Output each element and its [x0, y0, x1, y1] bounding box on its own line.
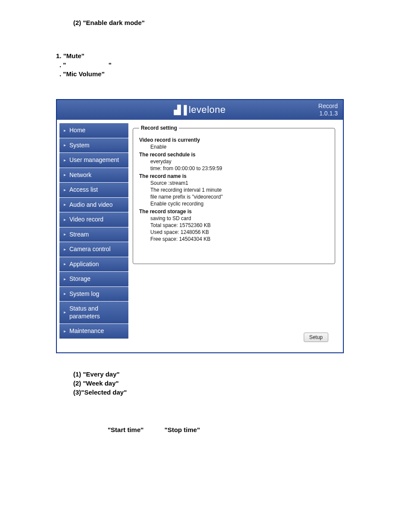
setup-button[interactable]: Setup [304, 333, 328, 342]
record-storage-location: saving to SD card [139, 215, 329, 221]
record-schedule-time: time: from 00:00:00 to 23:59:59 [139, 165, 329, 171]
app-window: ▟▐ levelone Record 1.0.1.3 ▸Home ▸System… [56, 99, 344, 353]
doc-text: 1. "Mute" [56, 52, 355, 59]
fieldset-legend: Record setting [139, 125, 179, 131]
sidebar-item-maintenance[interactable]: ▸Maintenance [59, 324, 128, 339]
sidebar-item-access-list[interactable]: ▸Access list [59, 183, 128, 197]
sidebar-item-label: Audio and video [69, 201, 112, 209]
stop-time-label: "Stop time" [165, 426, 200, 433]
brand-icon: ▟▐ [174, 105, 187, 115]
record-storage-label: The record storage is [139, 208, 329, 215]
sidebar-item-label: System log [69, 290, 99, 298]
sidebar-item-stream[interactable]: ▸Stream [59, 227, 128, 242]
record-name-label: The record name is [139, 173, 329, 179]
main-panel: Record setting Video record is currently… [128, 120, 343, 352]
sidebar: ▸Home ▸System ▸User management ▸Network … [57, 120, 128, 352]
chevron-right-icon: ▸ [64, 143, 66, 148]
record-status-value: Enable [139, 144, 329, 150]
sidebar-item-system[interactable]: ▸System [59, 138, 128, 153]
app-header: ▟▐ levelone Record 1.0.1.3 [57, 100, 343, 120]
start-time-label: "Start time" [108, 426, 143, 433]
sidebar-item-label: User management [69, 156, 119, 164]
sidebar-item-label: Video record [69, 216, 103, 224]
chevron-right-icon: ▸ [64, 261, 66, 267]
sidebar-item-user-management[interactable]: ▸User management [59, 153, 128, 168]
chevron-right-icon: ▸ [64, 172, 66, 178]
sidebar-item-camera-control[interactable]: ▸Camera control [59, 242, 128, 257]
doc-text: (2) "Week day" [56, 380, 355, 387]
header-info: Record 1.0.1.3 [318, 103, 338, 117]
chevron-right-icon: ▸ [64, 158, 66, 163]
header-title: Record [318, 103, 338, 110]
record-storage-free: Free space: 14504304 KB [139, 236, 329, 242]
record-interval: The recording interval 1 minute [139, 187, 329, 193]
record-status-label: Video record is currently [139, 137, 329, 143]
chevron-right-icon: ▸ [64, 291, 66, 297]
record-schedule-label: The record sechdule is [139, 152, 329, 158]
chevron-right-icon: ▸ [64, 217, 66, 223]
record-storage-used: Used space: 1248056 KB [139, 229, 329, 235]
sidebar-item-label: Stream [69, 231, 89, 239]
doc-text: . " [59, 61, 66, 68]
sidebar-item-status-parameters[interactable]: ▸Status and parameters [59, 302, 128, 324]
sidebar-item-application[interactable]: ▸Application [59, 257, 128, 272]
doc-text: (1) "Every day" [56, 370, 355, 378]
doc-text: "Start time" "Stop time" [56, 426, 355, 433]
sidebar-item-video-record[interactable]: ▸Video record [59, 212, 128, 227]
chevron-right-icon: ▸ [64, 202, 66, 208]
sidebar-item-label: Status and parameters [69, 305, 125, 320]
brand-text: levelone [189, 104, 226, 115]
doc-text: (2) "Enable dark mode" [56, 19, 355, 26]
sidebar-item-label: Storage [69, 275, 90, 283]
record-source: Source :stream1 [139, 180, 329, 186]
sidebar-item-label: Access list [69, 186, 98, 194]
record-cyclic: Enable cyclic recording [139, 201, 329, 207]
record-prefix: file name prefix is "videorecord" [139, 194, 329, 200]
sidebar-item-label: Network [69, 171, 91, 179]
chevron-right-icon: ▸ [64, 310, 66, 315]
header-version: 1.0.1.3 [318, 110, 338, 117]
record-schedule-value: everyday [139, 159, 329, 165]
sidebar-item-label: Application [69, 261, 99, 268]
chevron-right-icon: ▸ [64, 329, 66, 334]
chevron-right-icon: ▸ [64, 277, 66, 282]
doc-text: " [109, 61, 112, 68]
record-setting-fieldset: Record setting Video record is currently… [133, 125, 335, 264]
chevron-right-icon: ▸ [64, 232, 66, 237]
sidebar-item-audio-video[interactable]: ▸Audio and video [59, 198, 128, 212]
sidebar-item-storage[interactable]: ▸Storage [59, 272, 128, 286]
sidebar-item-system-log[interactable]: ▸System log [59, 287, 128, 302]
doc-text: . "Mic Volume" [56, 70, 355, 78]
sidebar-item-home[interactable]: ▸Home [59, 123, 128, 138]
sidebar-item-label: Camera control [69, 246, 111, 253]
doc-text: . " " [56, 61, 355, 68]
sidebar-item-network[interactable]: ▸Network [59, 168, 128, 183]
sidebar-item-label: Maintenance [69, 327, 104, 335]
chevron-right-icon: ▸ [64, 187, 66, 193]
doc-text: (3)"Selected day" [56, 389, 355, 396]
sidebar-item-label: Home [69, 127, 85, 134]
chevron-right-icon: ▸ [64, 247, 66, 252]
sidebar-item-label: System [69, 142, 90, 149]
chevron-right-icon: ▸ [64, 128, 66, 134]
record-storage-total: Total space: 15752360 KB [139, 222, 329, 228]
brand-logo: ▟▐ levelone [174, 104, 226, 115]
